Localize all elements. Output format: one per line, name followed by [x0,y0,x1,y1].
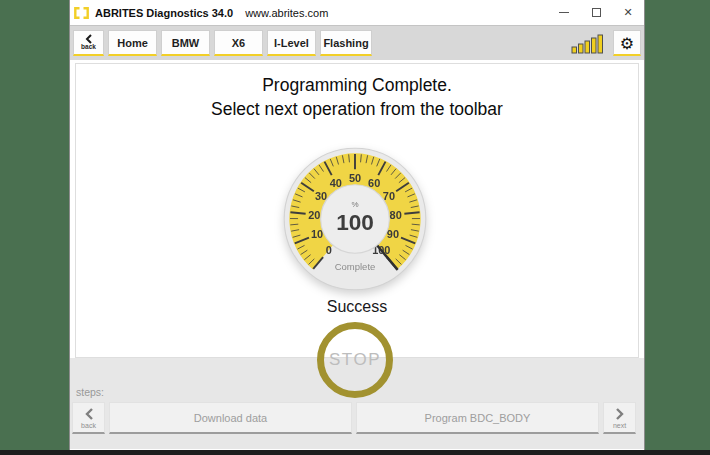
app-window: ABRITES Diagnostics 34.0 www.abrites.com… [69,0,645,450]
progress-gauge: 0102030405060708090100 % 100 Complete [282,146,428,292]
step-label: Download data [194,412,267,424]
svg-text:40: 40 [330,177,342,189]
stop-button[interactable]: STOP [317,322,393,398]
settings-button[interactable]: ⚙ [613,30,641,56]
tab-label: I-Level [274,37,309,49]
maximize-button[interactable] [580,0,612,25]
window-controls: ✕ [548,0,644,25]
tab-x6[interactable]: X6 [214,30,263,56]
tab-label: Flashing [323,37,368,49]
step-label: Program BDC_BODY [425,412,531,424]
svg-text:80: 80 [390,209,402,221]
steps-back-button[interactable]: back [72,402,105,434]
desktop-background: ABRITES Diagnostics 34.0 www.abrites.com… [0,0,710,455]
status-text: Success [70,298,644,316]
svg-text:60: 60 [368,177,380,189]
svg-text:30: 30 [315,190,327,202]
chevron-right-icon [614,407,626,421]
tab-ilevel[interactable]: I-Level [267,30,316,56]
svg-text:10: 10 [311,228,323,240]
stop-button-label: STOP [329,350,381,370]
page-title: Programming Complete. Select next operat… [70,74,644,121]
tab-home[interactable]: Home [108,30,157,56]
tab-label: Home [117,37,148,49]
gauge-value: 100 [336,210,374,235]
window-title: ABRITES Diagnostics 34.0 [95,7,233,19]
toolbar: back Home BMW X6 I-Level Flashing ⚙ [70,25,644,60]
minimize-button[interactable] [548,0,580,25]
step-program-bdc-body-button[interactable]: Program BDC_BODY [356,402,599,434]
steps-next-button[interactable]: next [603,402,636,434]
tab-bmw[interactable]: BMW [161,30,210,56]
main-content: Programming Complete. Select next operat… [70,60,644,449]
svg-text:0: 0 [326,244,332,256]
toolbar-back-button[interactable]: back [73,30,104,56]
heading-line2: Select next operation from the toolbar [70,98,644,122]
svg-text:90: 90 [387,228,399,240]
svg-text:70: 70 [383,190,395,202]
abrites-logo-icon [74,7,89,19]
close-icon: ✕ [623,6,632,19]
title-bar: ABRITES Diagnostics 34.0 www.abrites.com… [70,0,644,25]
svg-text:50: 50 [349,172,361,184]
minimize-icon [559,12,569,13]
tab-label: X6 [232,37,245,49]
window-url: www.abrites.com [245,7,328,19]
steps-back-label: back [81,422,96,429]
toolbar-back-label: back [81,44,96,51]
steps-next-label: next [613,422,626,429]
bottom-dark-strip [0,450,710,455]
close-button[interactable]: ✕ [612,0,644,25]
tab-label: BMW [172,37,200,49]
step-download-data-button[interactable]: Download data [109,402,352,434]
signal-bars-icon [570,31,606,55]
gauge-caption: Complete [335,261,376,272]
gear-icon: ⚙ [620,34,634,53]
gauge-unit: % [351,200,358,209]
heading-line1: Programming Complete. [70,74,644,98]
tab-flashing[interactable]: Flashing [320,30,372,56]
maximize-icon [592,8,601,17]
steps-label: steps: [76,386,104,398]
svg-text:20: 20 [308,209,320,221]
chevron-left-icon [83,407,95,421]
